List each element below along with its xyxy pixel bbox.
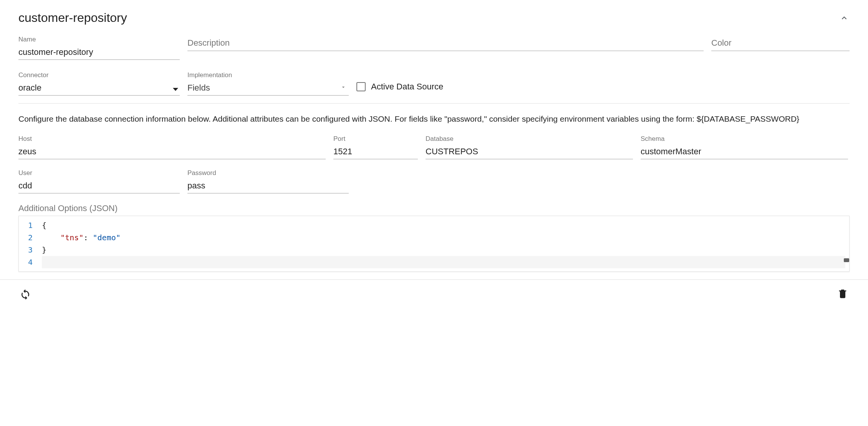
color-placeholder: Color bbox=[711, 38, 732, 48]
json-key: "tns" bbox=[60, 233, 83, 242]
row-credentials: User Password bbox=[18, 169, 850, 193]
help-text: Configure the database connection inform… bbox=[18, 113, 850, 125]
user-label: User bbox=[18, 169, 180, 177]
row-connector: Connector oracle Implementation Fields A… bbox=[18, 71, 850, 96]
panel-title: customer-repository bbox=[18, 11, 127, 25]
row-connection: Host Port Database Schema bbox=[18, 135, 850, 159]
trash-icon bbox=[837, 288, 848, 299]
line-number: 4 bbox=[28, 256, 33, 268]
database-label: Database bbox=[426, 135, 633, 143]
name-label: Name bbox=[18, 36, 180, 43]
schema-input[interactable] bbox=[641, 145, 848, 159]
implementation-label: Implementation bbox=[187, 71, 349, 79]
dropdown-caret-icon bbox=[340, 84, 346, 92]
json-label: Additional Options (JSON) bbox=[18, 203, 850, 213]
name-input[interactable] bbox=[18, 46, 180, 60]
json-body[interactable]: { "tns": "demo" } bbox=[38, 216, 849, 271]
implementation-select[interactable]: Fields bbox=[187, 81, 349, 96]
json-gutter: 1 2 3 4 bbox=[19, 216, 38, 271]
implementation-field-wrap: Implementation Fields bbox=[187, 71, 349, 96]
schema-label: Schema bbox=[641, 135, 848, 143]
schema-field-wrap: Schema bbox=[641, 135, 848, 159]
host-input[interactable] bbox=[18, 145, 326, 159]
database-input[interactable] bbox=[426, 145, 633, 159]
active-checkbox-label: Active Data Source bbox=[371, 82, 443, 92]
password-input[interactable] bbox=[187, 179, 349, 193]
json-editor[interactable]: 1 2 3 4 { "tns": "demo" } bbox=[18, 216, 850, 272]
json-value: "demo" bbox=[93, 233, 121, 242]
line-number: 1 bbox=[28, 219, 33, 231]
panel-header: customer-repository bbox=[18, 11, 850, 25]
host-field-wrap: Host bbox=[18, 135, 326, 159]
color-input[interactable]: Color bbox=[711, 36, 850, 51]
connector-field-wrap: Connector oracle bbox=[18, 71, 180, 96]
host-label: Host bbox=[18, 135, 326, 143]
connector-label: Connector bbox=[18, 71, 180, 79]
line-number: 2 bbox=[28, 231, 33, 244]
port-field-wrap: Port bbox=[333, 135, 418, 159]
port-label: Port bbox=[333, 135, 418, 143]
scrollbar-handle[interactable] bbox=[844, 258, 849, 262]
refresh-icon bbox=[20, 288, 31, 299]
password-field-wrap: Password bbox=[187, 169, 349, 193]
user-input[interactable] bbox=[18, 179, 180, 193]
footer-toolbar bbox=[0, 279, 868, 307]
user-field-wrap: User bbox=[18, 169, 180, 193]
port-input[interactable] bbox=[333, 145, 418, 159]
connector-select[interactable]: oracle bbox=[18, 81, 180, 96]
line-number: 3 bbox=[28, 244, 33, 256]
collapse-icon[interactable] bbox=[839, 13, 850, 23]
row-basic: Name Description Color bbox=[18, 36, 850, 60]
active-checkbox-wrap: Active Data Source bbox=[356, 82, 850, 96]
data-source-panel: customer-repository Name Description Col… bbox=[0, 0, 868, 279]
section-divider bbox=[18, 103, 850, 104]
name-field-wrap: Name bbox=[18, 36, 180, 60]
database-field-wrap: Database bbox=[426, 135, 633, 159]
delete-button[interactable] bbox=[836, 287, 850, 301]
description-input[interactable]: Description bbox=[187, 36, 704, 51]
dropdown-caret-icon bbox=[173, 88, 178, 91]
color-field-wrap: Color bbox=[711, 36, 850, 60]
active-checkbox[interactable] bbox=[356, 82, 366, 91]
description-field-wrap: Description bbox=[187, 36, 704, 60]
description-placeholder: Description bbox=[187, 38, 230, 48]
refresh-button[interactable] bbox=[18, 287, 32, 301]
password-label: Password bbox=[187, 169, 349, 177]
